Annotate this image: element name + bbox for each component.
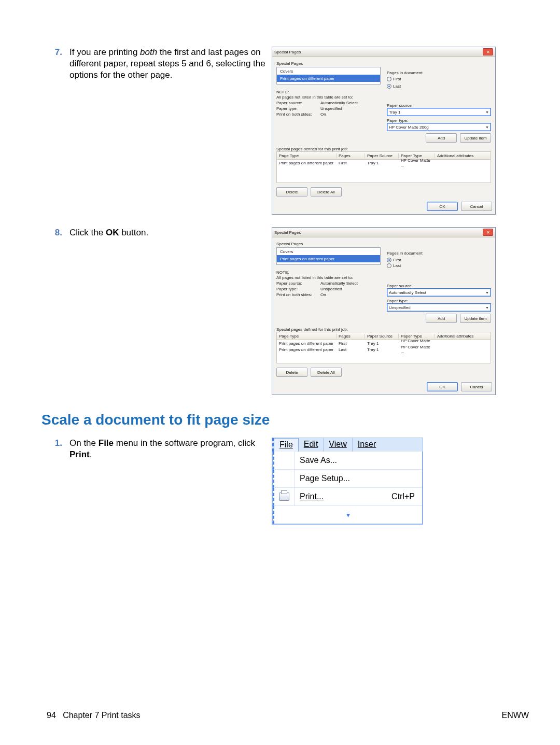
add-button[interactable]: Add bbox=[426, 133, 457, 143]
footer-left: 94 Chapter 7 Print tasks bbox=[47, 711, 141, 720]
shortcut: Ctrl+P bbox=[391, 492, 422, 501]
cell: Print pages on different paper bbox=[277, 161, 337, 165]
menu-item-save-as[interactable]: Save As... bbox=[273, 452, 422, 470]
list-item[interactable]: Covers bbox=[277, 67, 380, 75]
note-text: All pages not listed in this table are s… bbox=[276, 95, 381, 100]
section-heading: Scale a document to fit page size bbox=[41, 412, 529, 428]
paper-type-combo[interactable]: HP Cover Matte 200g▼ bbox=[387, 123, 491, 131]
paper-type-combo[interactable]: Unspecified▼ bbox=[387, 303, 491, 312]
menu-edit[interactable]: Edit bbox=[299, 438, 324, 452]
list-item[interactable]: Print pages on different paper bbox=[277, 75, 380, 82]
chevron-down-icon: ▼ bbox=[485, 306, 489, 310]
delete-button[interactable]: Delete bbox=[276, 368, 307, 377]
delete-all-button[interactable]: Delete All bbox=[311, 187, 342, 196]
close-icon[interactable]: ✕ bbox=[483, 48, 493, 55]
table-label: Special pages defined for this print job… bbox=[276, 147, 491, 151]
txt: button. bbox=[119, 228, 148, 237]
dialog-title: Special Pages bbox=[274, 50, 301, 54]
paper-source-combo[interactable]: Tray 1▼ bbox=[387, 108, 491, 116]
menu-label: View bbox=[329, 440, 346, 448]
col: Paper Source bbox=[365, 153, 399, 158]
cancel-button[interactable]: Cancel bbox=[461, 202, 492, 211]
menu-item-print[interactable]: Print... Ctrl+P bbox=[273, 488, 422, 506]
ok-button[interactable]: OK bbox=[427, 202, 458, 211]
menu-item-page-setup[interactable]: Page Setup... bbox=[273, 470, 422, 488]
cell: HP Cover Matte ... bbox=[399, 158, 435, 167]
lbl: Paper source: bbox=[276, 101, 320, 105]
step-text: If you are printing both the first and l… bbox=[69, 47, 272, 81]
note-head: NOTE: bbox=[276, 270, 381, 275]
lbl: Pages in document: bbox=[387, 71, 491, 75]
note-text: All pages not listed in this table are s… bbox=[276, 275, 381, 280]
update-item-button[interactable]: Update item bbox=[460, 133, 491, 143]
radio-last[interactable]: Last bbox=[387, 263, 401, 268]
combo-value: HP Cover Matte 200g bbox=[389, 125, 429, 130]
special-pages-dialog-b: Special Pages ✕ Special Pages Covers Pri… bbox=[272, 227, 496, 395]
table-row[interactable]: Print pages on different paper First Tra… bbox=[277, 160, 491, 166]
val: On bbox=[320, 112, 381, 117]
bold: OK bbox=[106, 228, 119, 237]
col: Paper Source bbox=[365, 334, 399, 339]
special-pages-list[interactable]: Covers Print pages on different paper bbox=[276, 67, 381, 85]
menu-file[interactable]: File bbox=[274, 438, 299, 452]
close-icon[interactable]: ✕ bbox=[483, 229, 493, 236]
special-pages-list[interactable]: Covers Print pages on different paper bbox=[276, 247, 381, 265]
list-item[interactable]: Print pages on different paper bbox=[277, 255, 380, 262]
bold: Print bbox=[69, 449, 90, 459]
txt: If you are printing bbox=[69, 47, 140, 57]
menu-item-label: Print... bbox=[300, 492, 324, 501]
chevron-down-icon: ▼ bbox=[485, 110, 489, 114]
table-header: Page Type Pages Paper Source Paper Type … bbox=[276, 332, 491, 340]
btn-label: Delete All bbox=[317, 190, 335, 194]
cell: HP Cover Matte ... bbox=[399, 345, 435, 354]
file-menu-figure: File Edit View Inser Save As... Page Set… bbox=[272, 438, 423, 525]
lbl: Print on both sides: bbox=[276, 112, 320, 117]
btn-label: Add bbox=[438, 136, 445, 140]
lbl: Paper source: bbox=[276, 281, 320, 286]
txt: Click the bbox=[69, 228, 106, 237]
cell: Print pages on different paper bbox=[277, 341, 337, 346]
step-number: 1. bbox=[31, 438, 69, 449]
btn-label: Update item bbox=[464, 136, 486, 140]
radio-last[interactable]: Last bbox=[387, 84, 401, 89]
group-label: Special Pages bbox=[276, 61, 381, 66]
lbl: Paper type: bbox=[387, 299, 491, 303]
note-head: NOTE: bbox=[276, 90, 381, 94]
menu-expand[interactable]: ▾ bbox=[273, 506, 422, 524]
special-pages-dialog-a: Special Pages ✕ Special Pages Covers Pri… bbox=[272, 47, 496, 215]
list-item[interactable]: Covers bbox=[277, 248, 380, 255]
delete-all-button[interactable]: Delete All bbox=[311, 368, 342, 377]
page-footer: 94 Chapter 7 Print tasks ENWW bbox=[47, 711, 529, 720]
lbl: Paper type: bbox=[387, 118, 491, 123]
paper-source-combo[interactable]: Automatically Select▼ bbox=[387, 288, 491, 297]
table-row[interactable]: Print pages on different paper Last Tray… bbox=[277, 346, 491, 353]
ok-button[interactable]: OK bbox=[427, 382, 458, 391]
menu-insert[interactable]: Inser bbox=[353, 438, 382, 452]
table-row[interactable]: Print pages on different paper First Tra… bbox=[277, 340, 491, 346]
cancel-button[interactable]: Cancel bbox=[461, 382, 492, 391]
document-page: 7. If you are printing both the first an… bbox=[0, 0, 560, 745]
combo-value: Tray 1 bbox=[389, 110, 400, 115]
page-number: 94 bbox=[47, 711, 56, 720]
txt: On the bbox=[69, 438, 99, 448]
dialog-titlebar: Special Pages ✕ bbox=[272, 47, 495, 57]
group-label: Special Pages bbox=[276, 242, 381, 246]
btn-label: OK bbox=[439, 204, 445, 209]
menu-view[interactable]: View bbox=[324, 438, 352, 452]
val: Automatically Select bbox=[320, 101, 381, 105]
delete-button[interactable]: Delete bbox=[276, 187, 307, 196]
menu-item-label: Page Setup... bbox=[295, 474, 422, 483]
table-body[interactable]: Print pages on different paper First Tra… bbox=[276, 340, 491, 363]
dialog-title: Special Pages bbox=[274, 230, 301, 235]
menu-label: Inser bbox=[358, 440, 376, 448]
add-button[interactable]: Add bbox=[426, 314, 457, 323]
radio-label: Last bbox=[393, 84, 401, 89]
radio-first[interactable]: First bbox=[387, 258, 401, 262]
lbl: Pages in document: bbox=[387, 251, 491, 256]
lbl: Paper type: bbox=[276, 287, 320, 291]
btn-label: Cancel bbox=[470, 204, 483, 209]
table-body[interactable]: Print pages on different paper First Tra… bbox=[276, 160, 491, 183]
lbl: Print on both sides: bbox=[276, 292, 320, 297]
update-item-button[interactable]: Update item bbox=[460, 314, 491, 323]
radio-first[interactable]: First bbox=[387, 77, 401, 81]
